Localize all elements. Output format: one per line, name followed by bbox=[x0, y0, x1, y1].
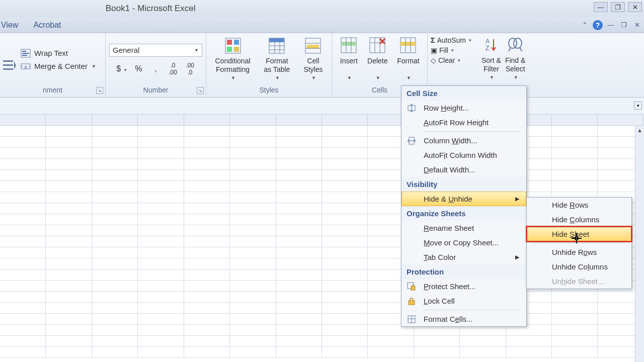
delete-cells-label: Delete bbox=[367, 57, 387, 65]
cell-styles-button[interactable]: Cell Styles▼ bbox=[303, 37, 323, 82]
menu-autofit-column[interactable]: AutoFit Column Width bbox=[401, 148, 526, 162]
clear-label: Clear bbox=[438, 56, 455, 64]
sigma-icon: Σ bbox=[431, 36, 435, 44]
insert-cells-label: Insert bbox=[340, 57, 358, 65]
menu-row-height[interactable]: Row Height... bbox=[401, 101, 526, 115]
column-headers[interactable] bbox=[0, 115, 644, 126]
find-select-button[interactable]: Find & Select▼ bbox=[505, 36, 525, 82]
delete-cells-button[interactable]: Delete▼ bbox=[367, 37, 387, 82]
menu-autofit-row[interactable]: AutoFit Row Height bbox=[401, 115, 526, 130]
dropdown-arrow-icon: ▼ bbox=[92, 64, 96, 69]
menu-move-copy-sheet[interactable]: Move or Copy Sheet... bbox=[401, 235, 526, 250]
menu-format-cells[interactable]: Format Cells... bbox=[401, 312, 526, 326]
svg-rect-25 bbox=[341, 42, 356, 46]
ribbon-tabs-row: View Acrobat ⌃ ? — ❐ ✕ bbox=[0, 17, 644, 33]
number-format-combo[interactable]: General ▼ bbox=[109, 44, 202, 57]
tab-view[interactable]: View bbox=[1, 21, 18, 30]
conditional-formatting-button[interactable]: Conditional Formatting▼ bbox=[215, 37, 250, 82]
svg-rect-1 bbox=[3, 64, 13, 66]
window-close-icon[interactable]: ✕ bbox=[632, 21, 642, 30]
svg-rect-15 bbox=[269, 38, 284, 42]
menu-section-protection: Protection bbox=[401, 264, 526, 279]
ribbon: Wrap Text a Merge & Center ▼ nment↘ Gene… bbox=[0, 33, 644, 98]
number-format-value: General bbox=[113, 46, 139, 54]
sort-filter-icon: AZ bbox=[482, 36, 500, 54]
menu-hide-unhide[interactable]: Hide & Unhide ▶ bbox=[401, 192, 526, 206]
formula-bar[interactable]: ▾ bbox=[0, 98, 644, 115]
menu-unhide-sheet[interactable]: Unhide Sheet... bbox=[527, 274, 631, 289]
minimize-button[interactable]: — bbox=[594, 2, 608, 12]
tab-acrobat[interactable]: Acrobat bbox=[33, 21, 61, 30]
merge-center-label: Merge & Center bbox=[34, 62, 88, 70]
number-launcher[interactable]: ↘ bbox=[197, 87, 204, 94]
sort-filter-button[interactable]: AZ Sort & Filter▼ bbox=[481, 36, 501, 82]
svg-rect-2 bbox=[3, 68, 13, 70]
row-height-icon bbox=[407, 103, 417, 113]
window-minimize-icon[interactable]: — bbox=[606, 21, 616, 30]
menu-protect-sheet[interactable]: Protect Sheet... bbox=[401, 279, 526, 294]
menu-lock-cell[interactable]: Lock Cell bbox=[401, 294, 526, 308]
scroll-up-icon[interactable]: ▲ bbox=[635, 126, 644, 135]
svg-rect-11 bbox=[234, 40, 239, 45]
formula-expand-icon[interactable]: ▾ bbox=[634, 102, 642, 110]
delete-cells-icon bbox=[368, 37, 386, 55]
window-controls: — ❐ ✕ bbox=[594, 2, 642, 12]
percent-button[interactable]: % bbox=[133, 64, 144, 73]
svg-rect-0 bbox=[3, 60, 13, 62]
autosum-button[interactable]: Σ AutoSum ▾ bbox=[431, 36, 471, 44]
decrease-decimal-button[interactable]: .00.0 bbox=[185, 62, 196, 76]
wrap-text-label: Wrap Text bbox=[34, 49, 68, 57]
menu-hide-columns[interactable]: Hide Columns bbox=[527, 212, 631, 227]
clear-button[interactable]: ◇ Clear ▾ bbox=[431, 56, 471, 64]
close-button[interactable]: ✕ bbox=[628, 2, 642, 12]
conditional-formatting-label: Conditional Formatting bbox=[215, 57, 250, 74]
autosum-label: AutoSum bbox=[437, 36, 466, 44]
svg-rect-44 bbox=[409, 301, 415, 305]
eraser-icon: ◇ bbox=[431, 56, 436, 64]
minimize-ribbon-icon[interactable]: ⌃ bbox=[580, 21, 590, 30]
format-as-table-label: Format as Table bbox=[264, 57, 290, 74]
menu-unhide-columns[interactable]: Unhide Columns bbox=[527, 259, 631, 274]
svg-text:a: a bbox=[24, 64, 27, 69]
protect-sheet-icon bbox=[407, 282, 417, 292]
alignment-launcher[interactable]: ↘ bbox=[96, 87, 103, 94]
svg-rect-33 bbox=[400, 42, 416, 46]
lock-cell-icon bbox=[407, 296, 417, 306]
menu-default-width[interactable]: Default Width... bbox=[401, 162, 526, 177]
find-select-icon bbox=[506, 36, 524, 54]
svg-rect-5 bbox=[22, 53, 29, 54]
wrap-text-button[interactable]: Wrap Text bbox=[20, 49, 68, 58]
window-restore-icon[interactable]: ❐ bbox=[619, 21, 629, 30]
insert-cells-button[interactable]: Insert▼ bbox=[340, 37, 358, 82]
cell-styles-icon bbox=[304, 37, 322, 55]
vertical-scrollbar[interactable]: ▲ bbox=[635, 126, 644, 362]
menu-tab-color[interactable]: Tab Color ▶ bbox=[401, 250, 526, 264]
format-as-table-icon bbox=[268, 37, 286, 55]
wrap-text-icon bbox=[20, 49, 31, 58]
sort-filter-label: Sort & Filter bbox=[481, 56, 501, 73]
menu-section-cell-size: Cell Size bbox=[401, 86, 526, 101]
format-as-table-button[interactable]: Format as Table▼ bbox=[264, 37, 290, 82]
svg-rect-12 bbox=[227, 47, 232, 52]
increase-decimal-button[interactable]: .0.00 bbox=[168, 62, 179, 76]
fill-icon: ▣ bbox=[431, 46, 437, 54]
currency-button[interactable]: $ ▾ bbox=[116, 64, 127, 73]
comma-button[interactable]: , bbox=[150, 64, 162, 73]
menu-hide-sheet[interactable]: Hide Sheet bbox=[527, 227, 631, 241]
help-icon[interactable]: ? bbox=[593, 20, 603, 30]
cell-styles-label: Cell Styles bbox=[303, 57, 323, 74]
hide-unhide-submenu: Hide Rows Hide Columns Hide Sheet Unhide… bbox=[526, 197, 632, 289]
menu-rename-sheet[interactable]: Rename Sheet bbox=[401, 221, 526, 235]
merge-center-button[interactable]: a Merge & Center ▼ bbox=[20, 62, 96, 71]
merge-center-icon: a bbox=[20, 62, 31, 71]
format-cells-button[interactable]: Format▼ bbox=[397, 37, 419, 82]
restore-button[interactable]: ❐ bbox=[611, 2, 625, 12]
fill-button[interactable]: ▣ Fill ▾ bbox=[431, 46, 471, 54]
menu-hide-rows[interactable]: Hide Rows bbox=[527, 198, 631, 212]
svg-rect-6 bbox=[22, 55, 27, 56]
submenu-arrow-icon: ▶ bbox=[515, 254, 519, 260]
menu-column-width[interactable]: Column Width... bbox=[401, 133, 526, 148]
format-dropdown-menu: Cell Size Row Height... AutoFit Row Heig… bbox=[401, 85, 527, 327]
indent-icon[interactable] bbox=[2, 58, 17, 73]
menu-unhide-rows[interactable]: Unhide Rows bbox=[527, 245, 631, 259]
